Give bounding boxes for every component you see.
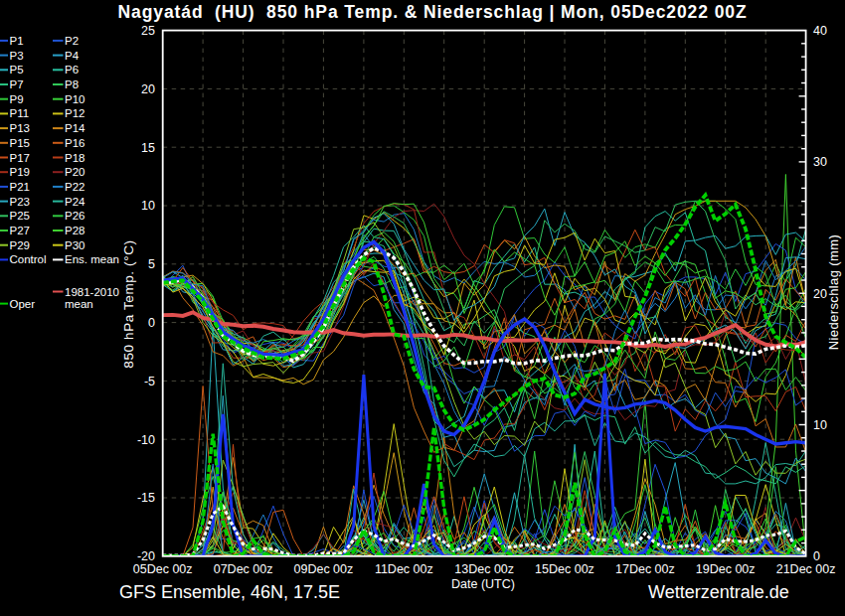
svg-text:P2: P2 [65,35,79,47]
svg-text:21Dec 00z: 21Dec 00z [776,562,836,576]
svg-text:P17: P17 [10,152,30,164]
svg-text:25: 25 [141,24,155,38]
svg-text:P9: P9 [10,93,24,105]
svg-text:10: 10 [813,418,827,432]
svg-text:P1: P1 [10,35,24,47]
svg-text:P10: P10 [65,93,84,105]
svg-text:P24: P24 [65,196,85,208]
svg-text:1981-2010: 1981-2010 [65,286,119,298]
svg-text:0: 0 [148,316,155,330]
svg-text:P26: P26 [65,210,84,222]
svg-text:GFS Ensemble, 46N, 17.5E: GFS Ensemble, 46N, 17.5E [119,582,340,602]
svg-text:P28: P28 [65,225,84,236]
svg-text:40: 40 [813,24,827,38]
svg-text:Ens. mean: Ens. mean [65,253,119,265]
svg-text:P13: P13 [10,122,30,134]
svg-text:P21: P21 [10,181,30,193]
svg-text:5: 5 [148,257,155,271]
svg-text:09Dec 00z: 09Dec 00z [294,562,354,576]
svg-text:P16: P16 [65,137,84,149]
svg-text:30: 30 [813,155,827,169]
svg-text:P4: P4 [65,50,80,62]
svg-text:P25: P25 [10,210,30,222]
svg-text:07Dec 00z: 07Dec 00z [214,562,273,576]
svg-text:P11: P11 [10,107,30,119]
svg-text:P23: P23 [10,196,30,208]
svg-text:13Dec 00z: 13Dec 00z [454,562,514,576]
svg-text:P20: P20 [65,166,84,178]
svg-text:P29: P29 [10,239,30,251]
svg-text:P15: P15 [10,137,30,149]
svg-text:mean: mean [65,298,93,310]
svg-text:17Dec 00z: 17Dec 00z [615,562,675,576]
svg-text:19Dec 00z: 19Dec 00z [696,562,756,576]
svg-text:10: 10 [141,199,155,213]
svg-text:P7: P7 [10,78,24,90]
svg-text:Niederschlag (mm): Niederschlag (mm) [826,234,841,351]
svg-text:850 hPa Temp. (°C): 850 hPa Temp. (°C) [121,239,136,368]
svg-text:Nagyatád (HU) 850 hPa Temp.: Nagyatád (HU) 850 hPa Temp. & Niederschl… [118,2,748,22]
svg-text:15: 15 [141,141,155,155]
svg-text:P30: P30 [65,239,84,251]
svg-text:-5: -5 [144,375,155,388]
svg-text:P6: P6 [65,64,79,76]
svg-text:-15: -15 [137,491,155,505]
svg-text:P8: P8 [65,78,79,90]
svg-text:P18: P18 [65,152,84,164]
svg-text:P12: P12 [65,107,84,119]
svg-text:05Dec 00z: 05Dec 00z [133,562,193,576]
svg-text:P3: P3 [10,50,24,62]
svg-text:Oper: Oper [10,298,36,310]
svg-text:Date (UTC): Date (UTC) [451,577,515,591]
svg-text:20: 20 [141,82,155,96]
svg-text:P19: P19 [10,166,30,178]
svg-text:15Dec 00z: 15Dec 00z [535,562,594,576]
svg-text:P27: P27 [10,225,30,236]
svg-text:20: 20 [813,287,827,301]
svg-text:-10: -10 [137,433,155,447]
svg-text:Control: Control [10,253,47,265]
svg-text:Wetterzentrale.de: Wetterzentrale.de [648,582,789,602]
svg-text:P14: P14 [65,122,85,134]
svg-text:P5: P5 [10,64,24,76]
svg-text:P22: P22 [65,181,84,193]
svg-text:11Dec 00z: 11Dec 00z [375,562,433,576]
